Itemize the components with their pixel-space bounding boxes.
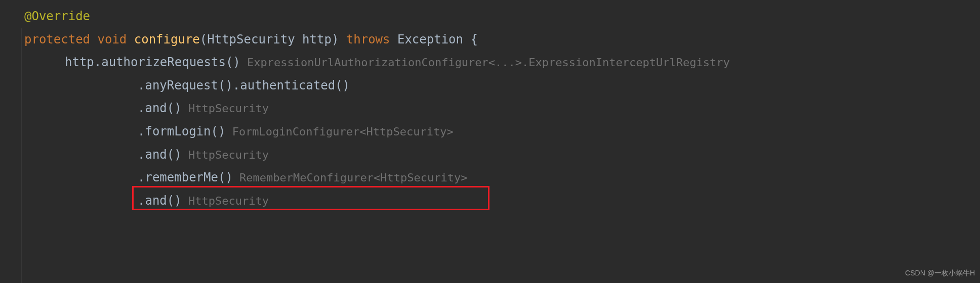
code-editor[interactable]: @Override protected void configure(HttpS…	[0, 0, 980, 212]
code-line[interactable]: .anyRequest().authenticated()	[0, 74, 980, 98]
keyword-token: throws	[346, 32, 390, 46]
inline-hint: HttpSecurity	[182, 195, 269, 207]
call-token: .and()	[138, 148, 182, 162]
code-line[interactable]: .formLogin() FormLoginConfigurer<HttpSec…	[0, 120, 980, 144]
inline-hint: FormLoginConfigurer<HttpSecurity>	[225, 125, 453, 138]
punct-token: (	[200, 32, 207, 46]
param-token: http	[302, 32, 332, 46]
keyword-token: protected	[24, 32, 90, 46]
method-name-token: configure	[134, 32, 200, 46]
call-token: .and()	[138, 194, 182, 208]
call-token: .formLogin()	[138, 124, 225, 138]
code-line[interactable]: .rememberMe() RememberMeConfigurer<HttpS…	[0, 166, 980, 190]
code-line[interactable]: .and() HttpSecurity	[0, 190, 980, 213]
type-token: Exception	[397, 32, 463, 46]
code-line[interactable]: http.authorizeRequests() ExpressionUrlAu…	[0, 51, 980, 74]
space-token	[390, 32, 397, 46]
inline-hint: RememberMeConfigurer<HttpSecurity>	[233, 171, 468, 184]
inline-hint: HttpSecurity	[182, 149, 269, 161]
brace-token: {	[463, 32, 478, 46]
code-line[interactable]: @Override	[0, 5, 980, 28]
call-token: http.authorizeRequests()	[65, 55, 240, 69]
type-token: HttpSecurity	[207, 32, 295, 46]
inline-hint: ExpressionUrlAuthorizationConfigurer<...…	[240, 56, 730, 69]
call-token: .rememberMe()	[138, 170, 233, 184]
punct-token: )	[332, 32, 346, 46]
code-line[interactable]: .and() HttpSecurity	[0, 97, 980, 120]
annotation-token: @Override	[24, 9, 90, 23]
indent-guide	[21, 28, 22, 283]
call-token: .and()	[138, 101, 182, 115]
inline-hint: HttpSecurity	[182, 102, 269, 115]
code-line[interactable]: protected void configure(HttpSecurity ht…	[0, 28, 980, 52]
call-token: .anyRequest().authenticated()	[138, 78, 350, 92]
watermark-text: CSDN @一枚小蜗牛H	[905, 266, 975, 280]
keyword-token: void	[98, 32, 127, 46]
space-token	[295, 32, 302, 46]
code-line[interactable]: .and() HttpSecurity	[0, 144, 980, 167]
